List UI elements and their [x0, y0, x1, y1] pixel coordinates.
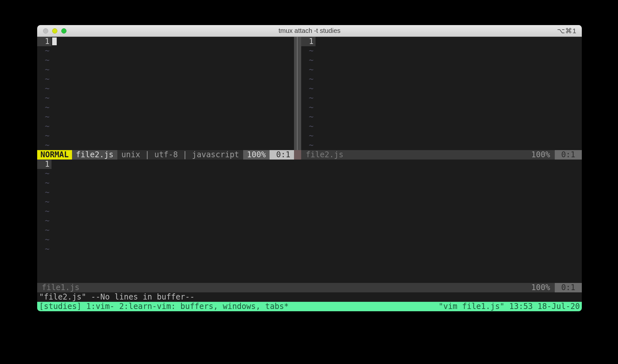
tilde-icon: ~ — [301, 122, 316, 131]
vim-tilde-line: ~ — [301, 65, 582, 75]
vim-tilde-line: ~ — [37, 65, 294, 75]
vim-statusline-active: NORMAL file2.js unix | utf-8 | javascrip… — [37, 150, 294, 160]
tilde-icon: ~ — [37, 216, 52, 226]
vim-tilde-line: ~ — [37, 169, 582, 178]
vim-tilde-line: ~ — [37, 75, 294, 84]
cursor-line — [52, 37, 294, 46]
vim-statusline-inactive-top-right: file2.js 100% 0:1 — [301, 150, 582, 160]
tilde-icon: ~ — [37, 131, 52, 141]
tmux-statusbar[interactable]: [studies] 1:vim- 2:learn-vim: buffers, w… — [37, 302, 582, 311]
vim-tilde-line: ~ — [301, 84, 582, 93]
terminal-content[interactable]: 1 ~~~~~~~~~~~ 1 ~~~~~~~~~~~ NORMAL file2… — [37, 37, 582, 311]
vim-tilde-line: ~ — [37, 216, 582, 226]
vim-line: 1 — [301, 37, 582, 46]
tilde-icon: ~ — [37, 112, 52, 122]
vim-statusline-inactive-bottom: file1.js 100% 0:1 — [37, 283, 582, 292]
vim-tilde-line: ~ — [37, 46, 294, 56]
status-pos: 0:1 — [555, 283, 582, 292]
vim-statusline-row-top: NORMAL file2.js unix | utf-8 | javascrip… — [37, 150, 582, 160]
tilde-icon: ~ — [37, 93, 52, 103]
vim-tilde-line: ~ — [301, 56, 582, 65]
tilde-icon: ~ — [37, 226, 52, 235]
tmux-status-left: [studies] 1:vim- 2:learn-vim: buffers, w… — [39, 302, 289, 311]
vim-vertical-divider — [294, 37, 301, 150]
status-percent: 100% — [527, 150, 555, 160]
tilde-icon: ~ — [37, 46, 52, 56]
vim-cmdline: "file2.js" --No lines in buffer-- — [37, 292, 582, 302]
vim-tilde-line: ~ — [37, 245, 582, 254]
tilde-icon: ~ — [37, 169, 52, 178]
vim-tilde-line: ~ — [37, 93, 294, 103]
cursor-block — [52, 37, 57, 45]
status-pos: 0:1 — [555, 150, 582, 160]
vim-line: 1 — [37, 160, 582, 169]
vim-pane-top-right[interactable]: 1 ~~~~~~~~~~~ — [301, 37, 582, 150]
line-number: 1 — [301, 37, 316, 46]
vim-tilde-line: ~ — [37, 235, 582, 245]
vim-tilde-line: ~ — [37, 141, 294, 150]
tilde-icon: ~ — [301, 84, 316, 93]
traffic-lights — [37, 28, 66, 34]
status-mode: NORMAL — [37, 150, 72, 160]
vim-tilde-line: ~ — [37, 122, 294, 131]
titlebar: tmux attach -t studies ⌥⌘1 — [37, 25, 582, 37]
vim-tilde-line: ~ — [37, 178, 582, 188]
terminal-window: tmux attach -t studies ⌥⌘1 1 ~~~~~~~~~~~… — [37, 25, 582, 311]
vim-tilde-line: ~ — [301, 131, 582, 141]
vim-tilde-line: ~ — [301, 122, 582, 131]
tilde-icon: ~ — [37, 178, 52, 188]
titlebar-right-glyph: ⌥⌘1 — [557, 27, 582, 35]
tilde-icon: ~ — [37, 122, 52, 131]
vim-tilde-line: ~ — [301, 112, 582, 122]
vim-tilde-line: ~ — [37, 197, 582, 207]
tilde-icon: ~ — [301, 141, 316, 150]
line-number: 1 — [37, 37, 52, 46]
minimize-icon[interactable] — [52, 28, 57, 34]
tilde-icon: ~ — [301, 65, 316, 75]
vim-tilde-line: ~ — [37, 131, 294, 141]
vim-tilde-line: ~ — [37, 84, 294, 93]
line-number: 1 — [37, 160, 52, 169]
close-icon[interactable] — [43, 28, 48, 34]
status-info: unix | utf-8 | javascript — [117, 150, 243, 160]
vim-tilde-line: ~ — [301, 93, 582, 103]
vim-tilde-line: ~ — [301, 46, 582, 56]
vim-tilde-line: ~ — [301, 103, 582, 112]
tilde-icon: ~ — [37, 103, 52, 112]
vim-vertical-divider — [294, 150, 301, 160]
tilde-icon: ~ — [37, 207, 52, 216]
status-file: file1.js — [37, 283, 84, 292]
vim-tilde-line: ~ — [37, 103, 294, 112]
vim-pane-bottom[interactable]: 1 ~~~~~~~~~ — [37, 160, 582, 283]
tilde-icon: ~ — [301, 75, 316, 84]
status-file: file2.js — [301, 150, 348, 160]
vim-tilde-line: ~ — [301, 75, 582, 84]
vim-tilde-line: ~ — [301, 141, 582, 150]
vim-tilde-line: ~ — [37, 112, 294, 122]
status-file: file2.js — [72, 150, 118, 160]
status-percent: 100% — [243, 150, 270, 160]
vim-top-splits: 1 ~~~~~~~~~~~ 1 ~~~~~~~~~~~ — [37, 37, 582, 150]
status-pos: 0:1 — [270, 150, 297, 160]
tilde-icon: ~ — [301, 46, 316, 56]
tilde-icon: ~ — [37, 65, 52, 75]
vim-tilde-line: ~ — [37, 207, 582, 216]
vim-tilde-line: ~ — [37, 188, 582, 197]
tilde-icon: ~ — [37, 197, 52, 207]
tilde-icon: ~ — [37, 75, 52, 84]
vim-tilde-line: ~ — [37, 56, 294, 65]
empty-line — [316, 37, 582, 46]
tilde-icon: ~ — [301, 112, 316, 122]
tilde-icon: ~ — [301, 56, 316, 65]
tilde-icon: ~ — [37, 141, 52, 150]
tilde-icon: ~ — [37, 245, 52, 254]
zoom-icon[interactable] — [61, 28, 66, 34]
status-percent: 100% — [527, 283, 555, 292]
tilde-icon: ~ — [301, 131, 316, 141]
tilde-icon: ~ — [301, 103, 316, 112]
vim-pane-top-left[interactable]: 1 ~~~~~~~~~~~ — [37, 37, 294, 150]
tilde-icon: ~ — [37, 84, 52, 93]
vim-tilde-line: ~ — [37, 226, 582, 235]
empty-line — [52, 160, 582, 169]
tilde-icon: ~ — [37, 188, 52, 197]
